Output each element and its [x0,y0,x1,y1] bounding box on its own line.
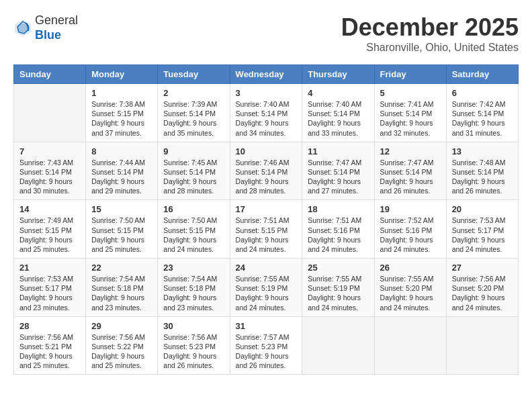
day-number: 1 [91,88,152,98]
calendar-cell: 8Sunrise: 7:44 AMSunset: 5:14 PMDaylight… [86,142,158,200]
day-number: 16 [163,204,224,214]
day-info: Sunrise: 7:42 AMSunset: 5:14 PMDaylight:… [452,99,513,138]
calendar-cell: 24Sunrise: 7:55 AMSunset: 5:19 PMDayligh… [230,259,302,317]
day-number: 28 [19,321,80,331]
calendar-cell [374,316,446,375]
weekday-header-tuesday: Tuesday [158,65,230,84]
day-number: 15 [91,204,152,214]
day-info: Sunrise: 7:54 AMSunset: 5:18 PMDaylight:… [91,274,152,312]
calendar-cell: 20Sunrise: 7:53 AMSunset: 5:17 PMDayligh… [446,200,518,259]
day-info: Sunrise: 7:50 AMSunset: 5:15 PMDaylight:… [163,216,224,254]
day-info: Sunrise: 7:54 AMSunset: 5:18 PMDaylight:… [163,274,224,312]
day-number: 18 [308,204,368,214]
day-info: Sunrise: 7:57 AMSunset: 5:23 PMDaylight:… [236,332,297,371]
day-number: 3 [236,88,297,98]
day-info: Sunrise: 7:51 AMSunset: 5:15 PMDaylight:… [236,216,297,254]
calendar-cell: 30Sunrise: 7:56 AMSunset: 5:23 PMDayligh… [158,316,230,375]
day-number: 2 [163,88,224,98]
day-info: Sunrise: 7:40 AMSunset: 5:14 PMDaylight:… [236,99,297,138]
day-number: 10 [236,146,297,156]
calendar-cell: 5Sunrise: 7:41 AMSunset: 5:14 PMDaylight… [374,84,446,142]
weekday-header-monday: Monday [86,65,158,84]
day-info: Sunrise: 7:48 AMSunset: 5:14 PMDaylight:… [452,158,513,196]
day-number: 19 [380,204,441,214]
calendar-cell: 10Sunrise: 7:46 AMSunset: 5:14 PMDayligh… [230,142,302,200]
calendar-week-4: 21Sunrise: 7:53 AMSunset: 5:17 PMDayligh… [14,259,519,317]
calendar-cell: 1Sunrise: 7:38 AMSunset: 5:15 PMDaylight… [86,84,158,142]
day-number: 9 [163,146,224,156]
calendar-cell [302,316,374,375]
logo-text: General Blue [35,13,78,42]
calendar-cell: 15Sunrise: 7:50 AMSunset: 5:15 PMDayligh… [86,200,158,259]
day-info: Sunrise: 7:55 AMSunset: 5:19 PMDaylight:… [236,274,297,312]
day-number: 26 [380,263,441,273]
day-number: 30 [163,321,224,331]
day-number: 17 [236,204,297,214]
calendar-cell: 22Sunrise: 7:54 AMSunset: 5:18 PMDayligh… [86,259,158,317]
day-number: 23 [163,263,224,273]
calendar-cell: 16Sunrise: 7:50 AMSunset: 5:15 PMDayligh… [158,200,230,259]
weekday-header-row: SundayMondayTuesdayWednesdayThursdayFrid… [14,65,519,84]
day-number: 12 [380,146,441,156]
title-area: December 2025 Sharonville, Ohio, United … [341,13,519,54]
calendar-table: SundayMondayTuesdayWednesdayThursdayFrid… [13,64,519,375]
calendar-week-3: 14Sunrise: 7:49 AMSunset: 5:15 PMDayligh… [14,200,519,259]
day-number: 8 [91,146,152,156]
day-info: Sunrise: 7:40 AMSunset: 5:14 PMDaylight:… [308,99,368,138]
day-info: Sunrise: 7:52 AMSunset: 5:16 PMDaylight:… [380,216,441,254]
day-info: Sunrise: 7:49 AMSunset: 5:15 PMDaylight:… [19,216,80,254]
day-info: Sunrise: 7:39 AMSunset: 5:14 PMDaylight:… [163,99,224,138]
day-number: 4 [308,88,368,98]
logo: General Blue [13,13,78,42]
day-number: 22 [91,263,152,273]
calendar-cell: 21Sunrise: 7:53 AMSunset: 5:17 PMDayligh… [14,259,86,317]
calendar-cell: 2Sunrise: 7:39 AMSunset: 5:14 PMDaylight… [158,84,230,142]
day-number: 5 [380,88,441,98]
day-info: Sunrise: 7:53 AMSunset: 5:17 PMDaylight:… [452,216,513,254]
calendar-cell: 4Sunrise: 7:40 AMSunset: 5:14 PMDaylight… [302,84,374,142]
calendar-cell: 6Sunrise: 7:42 AMSunset: 5:14 PMDaylight… [446,84,518,142]
calendar-cell: 23Sunrise: 7:54 AMSunset: 5:18 PMDayligh… [158,259,230,317]
calendar-week-1: 1Sunrise: 7:38 AMSunset: 5:15 PMDaylight… [14,84,519,142]
day-info: Sunrise: 7:55 AMSunset: 5:20 PMDaylight:… [380,274,441,312]
calendar-cell: 25Sunrise: 7:55 AMSunset: 5:19 PMDayligh… [302,259,374,317]
calendar-cell: 13Sunrise: 7:48 AMSunset: 5:14 PMDayligh… [446,142,518,200]
day-info: Sunrise: 7:38 AMSunset: 5:15 PMDaylight:… [91,99,152,138]
calendar-cell: 27Sunrise: 7:56 AMSunset: 5:20 PMDayligh… [446,259,518,317]
page-header: General Blue December 2025 Sharonville, … [13,13,519,54]
month-title: December 2025 [341,13,519,42]
calendar-cell: 31Sunrise: 7:57 AMSunset: 5:23 PMDayligh… [230,316,302,375]
calendar-cell: 18Sunrise: 7:51 AMSunset: 5:16 PMDayligh… [302,200,374,259]
day-number: 6 [452,88,513,98]
calendar-cell [14,84,86,142]
day-info: Sunrise: 7:44 AMSunset: 5:14 PMDaylight:… [91,158,152,196]
weekday-header-sunday: Sunday [14,65,86,84]
logo-icon [13,19,32,38]
day-info: Sunrise: 7:56 AMSunset: 5:21 PMDaylight:… [19,332,80,371]
weekday-header-wednesday: Wednesday [230,65,302,84]
day-info: Sunrise: 7:45 AMSunset: 5:14 PMDaylight:… [163,158,224,196]
calendar-cell: 17Sunrise: 7:51 AMSunset: 5:15 PMDayligh… [230,200,302,259]
day-number: 21 [19,263,80,273]
weekday-header-saturday: Saturday [446,65,518,84]
calendar-cell: 11Sunrise: 7:47 AMSunset: 5:14 PMDayligh… [302,142,374,200]
day-number: 20 [452,204,513,214]
calendar-cell: 7Sunrise: 7:43 AMSunset: 5:14 PMDaylight… [14,142,86,200]
day-info: Sunrise: 7:47 AMSunset: 5:14 PMDaylight:… [380,158,441,196]
day-info: Sunrise: 7:53 AMSunset: 5:17 PMDaylight:… [19,274,80,312]
day-number: 27 [452,263,513,273]
calendar-week-5: 28Sunrise: 7:56 AMSunset: 5:21 PMDayligh… [14,316,519,375]
calendar-cell: 26Sunrise: 7:55 AMSunset: 5:20 PMDayligh… [374,259,446,317]
calendar-cell: 12Sunrise: 7:47 AMSunset: 5:14 PMDayligh… [374,142,446,200]
day-info: Sunrise: 7:56 AMSunset: 5:23 PMDaylight:… [163,332,224,371]
calendar-cell: 29Sunrise: 7:56 AMSunset: 5:22 PMDayligh… [86,316,158,375]
location-subtitle: Sharonville, Ohio, United States [341,42,519,54]
day-info: Sunrise: 7:46 AMSunset: 5:14 PMDaylight:… [236,158,297,196]
day-number: 25 [308,263,368,273]
calendar-cell [446,316,518,375]
day-info: Sunrise: 7:56 AMSunset: 5:20 PMDaylight:… [452,274,513,312]
day-info: Sunrise: 7:50 AMSunset: 5:15 PMDaylight:… [91,216,152,254]
weekday-header-friday: Friday [374,65,446,84]
day-number: 7 [19,146,80,156]
calendar-cell: 9Sunrise: 7:45 AMSunset: 5:14 PMDaylight… [158,142,230,200]
